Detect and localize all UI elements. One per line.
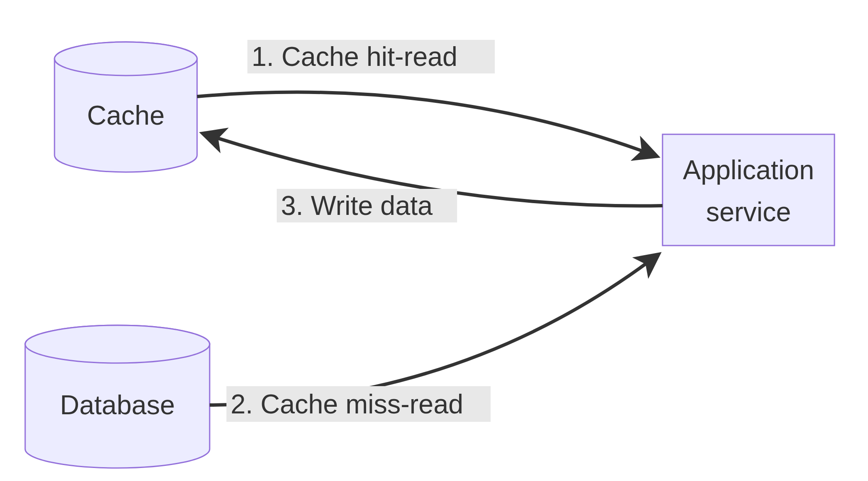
edge-cache-hit-read — [197, 92, 654, 155]
edge-label-3: 3. Write data — [281, 191, 433, 221]
edge-label-2: 2. Cache miss-read — [231, 389, 463, 419]
svg-point-1 — [25, 325, 210, 363]
node-cache: Cache — [55, 42, 197, 172]
architecture-diagram: Cache Database Application service 1. Ca… — [0, 0, 868, 481]
edge-cache-miss-read — [210, 256, 656, 405]
svg-rect-2 — [663, 134, 834, 246]
node-app-label-line2: service — [706, 197, 791, 227]
svg-point-0 — [55, 42, 197, 76]
edge-label-1: 1. Cache hit-read — [252, 42, 457, 72]
node-database-label: Database — [60, 390, 175, 420]
node-cache-label: Cache — [87, 100, 165, 131]
node-app-label-line1: Application — [683, 155, 814, 185]
node-app-service: Application service — [663, 134, 834, 246]
node-database: Database — [25, 325, 210, 468]
